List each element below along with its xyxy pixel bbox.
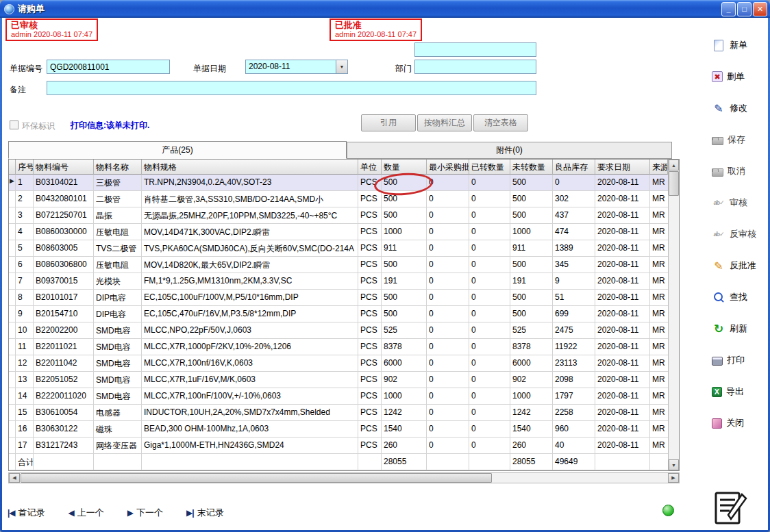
close-button[interactable]: ✕ bbox=[753, 2, 767, 16]
nav-first-record[interactable]: |◀首记录 bbox=[8, 507, 45, 519]
table-cell[interactable]: 2020-08-11 bbox=[595, 290, 650, 306]
scroll-down-icon[interactable]: ▼ bbox=[669, 459, 679, 470]
sidebar-item-save[interactable]: 保存 bbox=[702, 131, 768, 148]
column-header-5[interactable]: 数量 bbox=[382, 160, 427, 175]
table-cell[interactable]: B31217243 bbox=[34, 438, 94, 454]
table-cell[interactable]: MR bbox=[650, 240, 668, 257]
table-row-6[interactable]: 6B0860306800压敏电阻MOV,14D820K,最大65V,DIP2.瞬… bbox=[9, 257, 679, 273]
table-cell[interactable]: PCS bbox=[358, 322, 382, 339]
table-cell[interactable]: 500 bbox=[382, 290, 427, 306]
table-cell[interactable]: PCS bbox=[358, 224, 382, 240]
table-cell[interactable]: B30630122 bbox=[34, 421, 94, 438]
table-cell[interactable]: PCS bbox=[358, 438, 382, 454]
table-cell[interactable]: 三极管 bbox=[94, 175, 142, 191]
table-cell[interactable]: 2020-08-11 bbox=[595, 191, 650, 207]
table-cell[interactable]: B2220011020 bbox=[34, 388, 94, 405]
table-cell[interactable]: MR bbox=[650, 224, 668, 240]
table-cell[interactable]: PCS bbox=[358, 306, 382, 322]
table-cell[interactable]: 699 bbox=[553, 306, 595, 322]
table-cell[interactable]: 23113 bbox=[553, 355, 595, 372]
table-cell[interactable]: 0 bbox=[469, 191, 510, 207]
table-cell[interactable]: 0 bbox=[469, 438, 510, 454]
table-row-4[interactable]: 4B0860030000压敏电阻MOV,14D471K,300VAC,DIP2.… bbox=[9, 224, 679, 240]
table-cell[interactable]: 0 bbox=[469, 273, 510, 290]
table-cell[interactable]: 0 bbox=[427, 372, 469, 388]
table-cell[interactable]: B22002200 bbox=[34, 322, 94, 339]
table-cell[interactable]: 磁珠 bbox=[94, 421, 142, 438]
table-cell[interactable]: B03104021 bbox=[34, 175, 94, 191]
table-cell[interactable]: 260 bbox=[382, 438, 427, 454]
table-cell[interactable]: 2020-08-11 bbox=[595, 388, 650, 405]
table-cell[interactable]: 光模块 bbox=[94, 273, 142, 290]
table-cell[interactable]: MR bbox=[650, 207, 668, 224]
table-cell[interactable]: 2020-08-11 bbox=[595, 240, 650, 257]
table-cell[interactable]: 500 bbox=[510, 191, 553, 207]
table-cell[interactable]: 0 bbox=[469, 372, 510, 388]
horizontal-scroll-thumb[interactable] bbox=[21, 473, 492, 483]
table-cell[interactable]: 0 bbox=[469, 421, 510, 438]
table-cell[interactable]: 6000 bbox=[382, 355, 427, 372]
row-selector[interactable] bbox=[9, 290, 16, 306]
table-cell[interactable]: 2020-08-11 bbox=[595, 339, 650, 355]
table-cell[interactable]: EC,105C,100uF/100V,M,P5/10*16mm,DIP bbox=[142, 290, 358, 306]
table-cell[interactable]: PCS bbox=[358, 273, 382, 290]
table-row-17[interactable]: 17B31217243网络变压器Giga*1,1000M-ETH,HN2436G… bbox=[9, 438, 679, 454]
table-cell[interactable]: 2020-08-11 bbox=[595, 372, 650, 388]
table-row-14[interactable]: 14B2220011020SMD电容MLCC,X7R,100nF/100V,+/… bbox=[9, 388, 679, 405]
table-cell[interactable]: 2 bbox=[16, 191, 34, 207]
table-cell[interactable]: MLCC,X7R,100nF/100V,+/-10%,0603 bbox=[142, 388, 358, 405]
table-cell[interactable]: 0 bbox=[469, 405, 510, 421]
table-cell[interactable]: 12 bbox=[16, 355, 34, 372]
table-row-7[interactable]: 7B09370015光模块FM,1*9,1.25G,MM1310nm,2KM,3… bbox=[9, 273, 679, 290]
table-cell[interactable]: B22011042 bbox=[34, 355, 94, 372]
column-header-2[interactable]: 物料名称 bbox=[94, 160, 142, 175]
sidebar-item-unapprove[interactable]: 反批准 bbox=[702, 257, 768, 274]
table-cell[interactable]: 0 bbox=[427, 306, 469, 322]
table-cell[interactable]: 902 bbox=[510, 372, 553, 388]
remark-input[interactable] bbox=[47, 81, 536, 95]
table-cell[interactable]: INDUCTOR,10UH,2A,20%,SMD7x7x4mm,Shelded bbox=[142, 405, 358, 421]
table-cell[interactable]: PCS bbox=[358, 207, 382, 224]
table-cell[interactable]: TR.NPN,2N3904,0.2A,40V,SOT-23 bbox=[142, 175, 358, 191]
row-selector[interactable] bbox=[9, 207, 16, 224]
table-cell[interactable]: 1540 bbox=[510, 421, 553, 438]
table-cell[interactable]: DIP电容 bbox=[94, 290, 142, 306]
table-cell[interactable]: SMD电容 bbox=[94, 339, 142, 355]
table-cell[interactable]: 40 bbox=[553, 438, 595, 454]
table-cell[interactable]: MR bbox=[650, 306, 668, 322]
row-selector[interactable] bbox=[9, 191, 16, 207]
table-cell[interactable]: MR bbox=[650, 388, 668, 405]
table-row-13[interactable]: 13B22051052SMD电容MLCC,X7R,1uF/16V,M/K,060… bbox=[9, 372, 679, 388]
table-cell[interactable]: SMD电容 bbox=[94, 322, 142, 339]
table-cell[interactable]: 肖特基二极管,3A,SS310,SMB/DO-214AA,SMD小 bbox=[142, 191, 358, 207]
table-cell[interactable]: 11922 bbox=[553, 339, 595, 355]
table-cell[interactable]: 2020-08-11 bbox=[595, 224, 650, 240]
table-cell[interactable]: 1000 bbox=[510, 224, 553, 240]
column-header-0[interactable]: 序号 bbox=[16, 160, 34, 175]
table-cell[interactable]: 6 bbox=[16, 257, 34, 273]
table-cell[interactable]: 0 bbox=[553, 175, 595, 191]
table-cell[interactable]: 0 bbox=[427, 339, 469, 355]
sidebar-item-audit[interactable]: 审核 bbox=[702, 194, 768, 211]
sidebar-item-print[interactable]: 打印 bbox=[702, 352, 768, 368]
table-cell[interactable]: MR bbox=[650, 421, 668, 438]
table-cell[interactable]: MOV,14D471K,300VAC,DIP2.瞬雷 bbox=[142, 224, 358, 240]
table-cell[interactable]: 0 bbox=[427, 290, 469, 306]
table-cell[interactable]: 1000 bbox=[382, 388, 427, 405]
table-cell[interactable]: 2020-08-11 bbox=[595, 306, 650, 322]
table-cell[interactable]: PCS bbox=[358, 257, 382, 273]
table-row-11[interactable]: 11B22011021SMD电容MLCC,X7R,1000pF/2KV,10%-… bbox=[9, 339, 679, 355]
table-cell[interactable]: TVS,PKA60CA(SMDJ60CA),反向关断60V,SMC(DO-214… bbox=[142, 240, 358, 257]
table-cell[interactable]: 911 bbox=[510, 240, 553, 257]
column-header-1[interactable]: 物料编号 bbox=[34, 160, 94, 175]
table-cell[interactable]: 15 bbox=[16, 405, 34, 421]
table-cell[interactable]: MR bbox=[650, 372, 668, 388]
table-cell[interactable]: 0 bbox=[469, 224, 510, 240]
row-selector[interactable] bbox=[9, 438, 16, 454]
table-row-15[interactable]: 15B30610054电感器INDUCTOR,10UH,2A,20%,SMD7x… bbox=[9, 405, 679, 421]
row-selector[interactable] bbox=[9, 372, 16, 388]
column-header-7[interactable]: 已转数量 bbox=[469, 160, 510, 175]
table-cell[interactable]: 电感器 bbox=[94, 405, 142, 421]
table-cell[interactable]: 0 bbox=[469, 306, 510, 322]
table-cell[interactable]: 500 bbox=[382, 306, 427, 322]
